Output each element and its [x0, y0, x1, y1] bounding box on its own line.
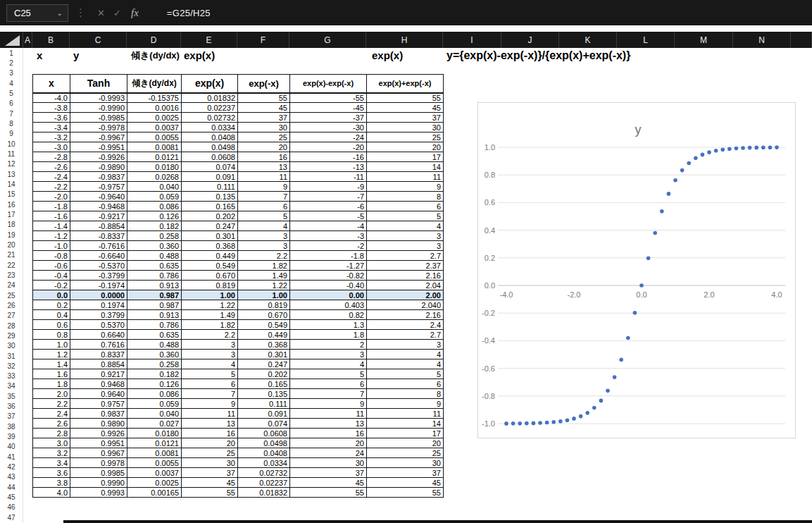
- table-cell[interactable]: 55: [367, 93, 444, 103]
- row-number-8[interactable]: 8: [0, 118, 23, 128]
- select-all-button[interactable]: [0, 32, 23, 48]
- table-cell[interactable]: 0.111: [238, 399, 290, 409]
- insert-function-icon[interactable]: fx: [131, 7, 139, 19]
- table-cell[interactable]: -0.9978: [70, 123, 127, 133]
- table-cell[interactable]: -20: [290, 142, 367, 152]
- table-cell[interactable]: 2.37: [367, 261, 444, 271]
- table-cell[interactable]: 25: [367, 133, 444, 142]
- table-cell[interactable]: -0.1974: [70, 281, 127, 290]
- table-cell[interactable]: -6: [290, 202, 367, 211]
- row-number-44[interactable]: 44: [0, 482, 23, 492]
- table-cell[interactable]: 1.6: [33, 369, 70, 379]
- table-cell[interactable]: 3: [182, 350, 238, 359]
- table-cell[interactable]: 6: [367, 379, 444, 389]
- table-cell[interactable]: 2.00: [367, 290, 444, 300]
- table-cell[interactable]: 9: [238, 182, 290, 192]
- table-cell[interactable]: 0.074: [182, 162, 238, 172]
- row-number-33[interactable]: 33: [0, 371, 23, 381]
- table-cell[interactable]: 3.4: [33, 458, 70, 468]
- table-cell[interactable]: 0.6640: [70, 330, 127, 340]
- table-cell[interactable]: 2.4: [33, 409, 70, 419]
- table-cell[interactable]: 45: [367, 478, 444, 488]
- cell-b1[interactable]: x: [37, 49, 42, 61]
- column-header-k[interactable]: K: [559, 32, 617, 48]
- table-cell[interactable]: 0.126: [127, 379, 182, 389]
- table-cell[interactable]: -37: [290, 113, 367, 123]
- table-cell[interactable]: -2.2: [33, 182, 70, 192]
- table-cell[interactable]: 0.0055: [127, 458, 182, 468]
- table-cell[interactable]: 0.368: [182, 241, 238, 251]
- row-number-38[interactable]: 38: [0, 422, 23, 431]
- table-cell[interactable]: -0.6: [33, 261, 70, 271]
- table-cell[interactable]: 0.027: [127, 419, 182, 429]
- table-cell[interactable]: 0.819: [238, 300, 290, 310]
- table-cell[interactable]: 0.0081: [127, 142, 182, 152]
- table-cell[interactable]: 2.040: [367, 300, 444, 310]
- table-cell[interactable]: 0.091: [182, 172, 238, 182]
- table-cell[interactable]: 0.301: [238, 350, 290, 359]
- cell-h1[interactable]: exp(x): [372, 49, 403, 61]
- column-header-j[interactable]: J: [501, 32, 559, 48]
- table-cell[interactable]: 0.8337: [70, 350, 127, 359]
- table-cell[interactable]: 6: [182, 379, 238, 389]
- table-cell[interactable]: -0.8: [33, 251, 70, 261]
- table-cell[interactable]: 2.8: [33, 429, 70, 438]
- cell-i1-equation[interactable]: y={exp(x)-exp(-x)}/{exp(x)+exp(-x)}: [446, 49, 630, 62]
- table-cell[interactable]: 0.488: [127, 340, 182, 350]
- table-cell[interactable]: 0.0268: [127, 172, 182, 182]
- chart[interactable]: y1.00.80.60.40.20.0-0.2-0.4-0.6-0.8-1.0-…: [477, 102, 796, 438]
- table-cell[interactable]: 1.00: [182, 290, 238, 300]
- table-cell[interactable]: -5: [290, 211, 367, 221]
- column-header-l[interactable]: L: [617, 32, 675, 48]
- table-cell[interactable]: -3.0: [33, 142, 70, 152]
- table-cell[interactable]: 7: [290, 389, 367, 399]
- table-cell[interactable]: 0.9217: [70, 369, 127, 379]
- table-cell[interactable]: 20: [367, 142, 444, 152]
- table-cell[interactable]: 0.360: [127, 350, 182, 359]
- table-cell[interactable]: 1.82: [238, 261, 290, 271]
- table-cell[interactable]: -1.8: [33, 202, 70, 211]
- table-cell[interactable]: 4: [290, 359, 367, 369]
- row-number-24[interactable]: 24: [0, 281, 23, 290]
- cell-d1[interactable]: 傾き(dy/dx): [131, 49, 180, 62]
- table-cell[interactable]: 0.987: [127, 300, 182, 310]
- table-cell[interactable]: 1.2: [33, 350, 70, 359]
- table-cell[interactable]: 0.258: [127, 359, 182, 369]
- row-number-1[interactable]: 1: [0, 48, 23, 58]
- table-cell[interactable]: -2.4: [33, 172, 70, 182]
- table-cell[interactable]: 1.00: [238, 290, 290, 300]
- row-number-41[interactable]: 41: [0, 452, 23, 462]
- table-cell[interactable]: 20: [367, 438, 444, 448]
- table-cell[interactable]: -4: [290, 221, 367, 231]
- table-cell[interactable]: 2.7: [367, 251, 444, 261]
- table-cell[interactable]: 0.549: [182, 261, 238, 271]
- table-cell[interactable]: 0.9890: [70, 419, 127, 429]
- row-number-28[interactable]: 28: [0, 321, 23, 331]
- table-cell[interactable]: 0.488: [127, 251, 182, 261]
- table-cell[interactable]: 0.0025: [127, 113, 182, 123]
- table-cell[interactable]: 0.0498: [182, 142, 238, 152]
- table-cell[interactable]: 0.549: [238, 320, 290, 330]
- row-number-13[interactable]: 13: [0, 169, 23, 179]
- table-cell[interactable]: 9: [367, 182, 444, 192]
- table-cell[interactable]: 0.0180: [127, 162, 182, 172]
- table-cell[interactable]: 0.00165: [127, 488, 182, 498]
- table-cell[interactable]: 20: [182, 438, 238, 448]
- row-number-5[interactable]: 5: [0, 88, 23, 98]
- table-cell[interactable]: 3.2: [33, 448, 70, 458]
- table-cell[interactable]: 3: [238, 241, 290, 251]
- table-cell[interactable]: -0.9926: [70, 152, 127, 162]
- table-cell[interactable]: 0.9926: [70, 429, 127, 438]
- table-cell[interactable]: 0.635: [127, 261, 182, 271]
- table-cell[interactable]: 3: [238, 231, 290, 241]
- row-number-17[interactable]: 17: [0, 209, 23, 219]
- table-cell[interactable]: 8: [367, 389, 444, 399]
- table-cell[interactable]: 9: [367, 399, 444, 409]
- column-header-m[interactable]: M: [675, 32, 733, 48]
- table-cell[interactable]: -30: [290, 123, 367, 133]
- row-number-2[interactable]: 2: [0, 58, 23, 68]
- table-cell[interactable]: 0.9978: [70, 458, 127, 468]
- table-cell[interactable]: 4: [182, 359, 238, 369]
- table-cell[interactable]: 0.0408: [238, 448, 290, 458]
- table-cell[interactable]: 0.8: [33, 330, 70, 340]
